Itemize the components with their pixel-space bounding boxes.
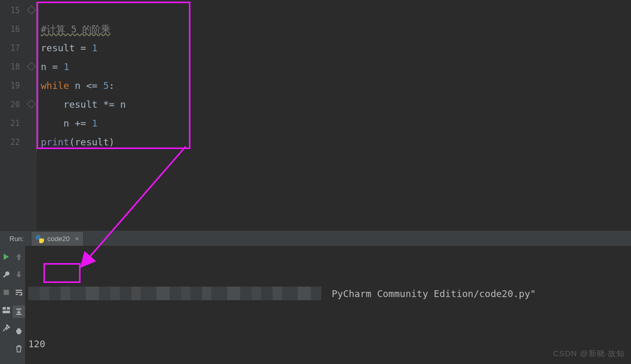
svg-rect-2 [3,307,6,310]
run-toolbar-primary [0,246,13,364]
fold-gutter [26,0,37,230]
code-editor[interactable]: 15 16 17 18 19 20 21 22 #计算 5 的阶乘 result… [0,0,631,230]
close-tab-icon[interactable]: × [75,235,79,243]
svg-marker-0 [4,254,9,260]
output-value: 120 [28,336,628,352]
trash-icon[interactable] [14,344,24,354]
command-line: PyCharm Community Edition/code20.py" [28,286,628,302]
svg-rect-1 [4,290,9,295]
redacted-path [28,287,321,300]
down-arrow-icon[interactable] [14,270,24,279]
svg-rect-3 [7,307,10,310]
svg-rect-4 [3,311,10,313]
run-tab[interactable]: code20 × [31,231,83,247]
fold-icon[interactable] [27,100,36,109]
wrench-icon[interactable] [2,270,11,279]
console-output[interactable]: PyCharm Community Edition/code20.py" 120… [25,246,631,364]
up-arrow-icon[interactable] [14,252,24,261]
python-file-icon [36,235,44,243]
stop-icon[interactable] [2,288,11,297]
svg-rect-6 [17,328,20,330]
soft-wrap-icon[interactable] [14,288,24,297]
pin-icon[interactable] [2,323,11,333]
run-tab-name: code20 [47,235,70,243]
rerun-icon[interactable] [2,252,11,261]
scroll-to-end-icon[interactable] [13,305,25,318]
code-content[interactable]: #计算 5 的阶乘 result = 1 n = 1 while n <= 5:… [37,0,631,230]
print-icon[interactable] [14,326,24,336]
run-tool-header: Run: code20 × [0,230,631,247]
run-label: Run: [0,235,31,243]
fold-icon[interactable] [27,6,36,15]
run-toolbar-secondary [13,246,25,364]
svg-rect-7 [17,333,20,334]
watermark-text: CSDN @新晓·故知 [553,349,625,359]
line-number-gutter: 15 16 17 18 19 20 21 22 [0,0,26,230]
svg-rect-5 [16,330,21,333]
layout-icon[interactable] [2,305,11,315]
fold-icon[interactable] [27,62,36,71]
